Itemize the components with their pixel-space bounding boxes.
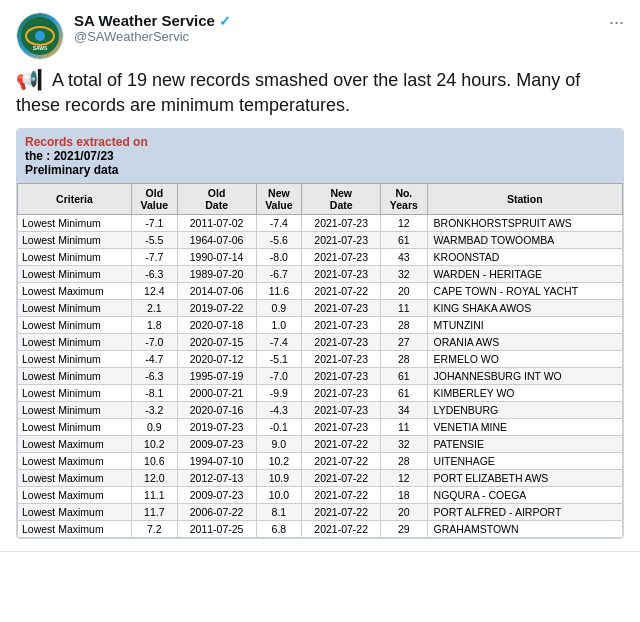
table-cell-1-6: WARMBAD TOWOOMBA (427, 232, 622, 249)
table-cell-18-1: 7.2 (131, 521, 177, 538)
table-row: Lowest Minimum0.92019-07-23-0.12021-07-2… (18, 419, 623, 436)
table-cell-6-3: 1.0 (256, 317, 302, 334)
table-row: Lowest Maximum12.02012-07-1310.92021-07-… (18, 470, 623, 487)
table-cell-7-6: ORANIA AWS (427, 334, 622, 351)
table-cell-17-3: 8.1 (256, 504, 302, 521)
table-cell-15-5: 12 (381, 470, 428, 487)
table-cell-16-0: Lowest Maximum (18, 487, 132, 504)
table-cell-13-2: 2009-07-23 (177, 436, 256, 453)
table-cell-3-2: 1989-07-20 (177, 266, 256, 283)
table-cell-17-5: 20 (381, 504, 428, 521)
table-cell-3-6: WARDEN - HERITAGE (427, 266, 622, 283)
table-cell-17-1: 11.7 (131, 504, 177, 521)
table-cell-4-5: 20 (381, 283, 428, 300)
table-row: Lowest Minimum-6.31989-07-20-6.72021-07-… (18, 266, 623, 283)
table-cell-2-1: -7.7 (131, 249, 177, 266)
table-cell-9-6: JOHANNESBURG INT WO (427, 368, 622, 385)
table-cell-8-0: Lowest Minimum (18, 351, 132, 368)
account-name[interactable]: SA Weather Service ✓ (74, 12, 231, 29)
table-cell-16-4: 2021-07-22 (302, 487, 381, 504)
table-cell-12-1: 0.9 (131, 419, 177, 436)
table-cell-13-5: 32 (381, 436, 428, 453)
table-cell-10-5: 61 (381, 385, 428, 402)
table-cell-10-4: 2021-07-23 (302, 385, 381, 402)
data-table: Criteria OldValue OldDate NewValue NewDa… (17, 183, 623, 538)
table-cell-5-1: 2.1 (131, 300, 177, 317)
table-cell-1-0: Lowest Minimum (18, 232, 132, 249)
table-row: Lowest Maximum10.22009-07-239.02021-07-2… (18, 436, 623, 453)
tweet-text: 📢▎A total of 19 new records smashed over… (16, 68, 624, 118)
table-cell-13-0: Lowest Maximum (18, 436, 132, 453)
col-header-new-date: NewDate (302, 184, 381, 215)
tweet-body: A total of 19 new records smashed over t… (16, 70, 580, 115)
table-cell-3-3: -6.7 (256, 266, 302, 283)
avatar: SAWS (16, 12, 64, 60)
table-cell-6-4: 2021-07-23 (302, 317, 381, 334)
table-cell-14-2: 1994-07-10 (177, 453, 256, 470)
table-cell-10-3: -9.9 (256, 385, 302, 402)
table-row: Lowest Minimum-7.12011-07-02-7.42021-07-… (18, 215, 623, 232)
table-cell-12-0: Lowest Minimum (18, 419, 132, 436)
table-row: Lowest Maximum10.61994-07-1010.22021-07-… (18, 453, 623, 470)
table-cell-13-1: 10.2 (131, 436, 177, 453)
table-cell-17-6: PORT ALFRED - AIRPORT (427, 504, 622, 521)
table-cell-1-2: 1964-07-06 (177, 232, 256, 249)
table-cell-11-5: 34 (381, 402, 428, 419)
table-row: Lowest Minimum-8.12000-07-21-9.92021-07-… (18, 385, 623, 402)
card-header-date: the : 2021/07/23 (25, 149, 615, 163)
table-row: Lowest Minimum-7.71990-07-14-8.02021-07-… (18, 249, 623, 266)
col-header-new-value: NewValue (256, 184, 302, 215)
table-row: Lowest Minimum-4.72020-07-12-5.12021-07-… (18, 351, 623, 368)
table-cell-10-0: Lowest Minimum (18, 385, 132, 402)
table-cell-0-5: 12 (381, 215, 428, 232)
table-cell-10-1: -8.1 (131, 385, 177, 402)
table-row: Lowest Maximum11.12009-07-2310.02021-07-… (18, 487, 623, 504)
table-cell-4-6: CAPE TOWN - ROYAL YACHT (427, 283, 622, 300)
table-cell-9-5: 61 (381, 368, 428, 385)
table-cell-14-6: UITENHAGE (427, 453, 622, 470)
table-cell-1-5: 61 (381, 232, 428, 249)
table-cell-0-3: -7.4 (256, 215, 302, 232)
card-header: Records extracted on the : 2021/07/23 Pr… (17, 129, 623, 183)
table-cell-7-3: -7.4 (256, 334, 302, 351)
table-cell-2-5: 43 (381, 249, 428, 266)
table-cell-9-4: 2021-07-23 (302, 368, 381, 385)
table-cell-14-3: 10.2 (256, 453, 302, 470)
table-cell-0-4: 2021-07-23 (302, 215, 381, 232)
table-cell-10-6: KIMBERLEY WO (427, 385, 622, 402)
table-cell-5-6: KING SHAKA AWOS (427, 300, 622, 317)
table-cell-14-1: 10.6 (131, 453, 177, 470)
table-body: Lowest Minimum-7.12011-07-02-7.42021-07-… (18, 215, 623, 538)
table-cell-14-4: 2021-07-22 (302, 453, 381, 470)
table-row: Lowest Maximum11.72006-07-228.12021-07-2… (18, 504, 623, 521)
table-cell-14-5: 28 (381, 453, 428, 470)
table-cell-0-1: -7.1 (131, 215, 177, 232)
table-cell-8-2: 2020-07-12 (177, 351, 256, 368)
table-cell-11-2: 2020-07-16 (177, 402, 256, 419)
table-cell-5-5: 11 (381, 300, 428, 317)
table-cell-10-2: 2000-07-21 (177, 385, 256, 402)
table-cell-5-3: 0.9 (256, 300, 302, 317)
table-cell-11-4: 2021-07-23 (302, 402, 381, 419)
table-cell-16-5: 18 (381, 487, 428, 504)
table-cell-1-3: -5.6 (256, 232, 302, 249)
table-cell-7-5: 27 (381, 334, 428, 351)
table-cell-16-1: 11.1 (131, 487, 177, 504)
tweet-container: SAWS SA Weather Service ✓ @SAWeatherServ… (0, 0, 640, 552)
table-cell-17-2: 2006-07-22 (177, 504, 256, 521)
table-cell-15-2: 2012-07-13 (177, 470, 256, 487)
table-cell-4-1: 12.4 (131, 283, 177, 300)
table-cell-17-4: 2021-07-22 (302, 504, 381, 521)
table-cell-9-3: -7.0 (256, 368, 302, 385)
table-cell-15-1: 12.0 (131, 470, 177, 487)
table-cell-15-6: PORT ELIZABETH AWS (427, 470, 622, 487)
account-info: SA Weather Service ✓ @SAWeatherServic (74, 12, 231, 44)
table-cell-11-6: LYDENBURG (427, 402, 622, 419)
avatar-image: SAWS (17, 13, 63, 59)
table-cell-2-2: 1990-07-14 (177, 249, 256, 266)
table-cell-5-4: 2021-07-23 (302, 300, 381, 317)
account-handle: @SAWeatherServic (74, 29, 231, 44)
verified-icon: ✓ (219, 13, 231, 29)
more-options-button[interactable]: ··· (609, 12, 624, 33)
table-cell-18-0: Lowest Maximum (18, 521, 132, 538)
